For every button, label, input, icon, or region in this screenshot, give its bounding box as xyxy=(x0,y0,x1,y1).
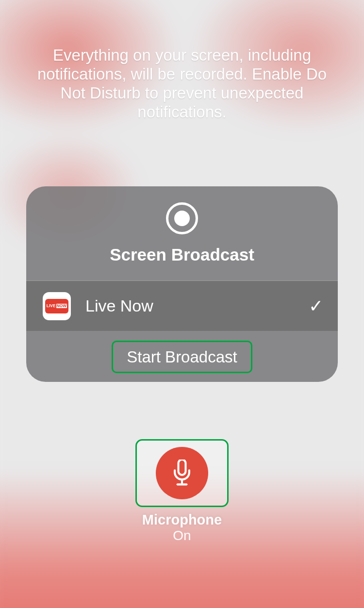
panel-title: Screen Broadcast xyxy=(110,245,254,264)
microphone-control: Microphone On xyxy=(135,439,229,543)
microphone-label: Microphone xyxy=(142,512,222,528)
svg-rect-0 xyxy=(179,460,186,475)
microphone-icon xyxy=(171,460,193,487)
broadcast-overlay: Everything on your screen, including not… xyxy=(0,0,364,608)
app-icon-text-now: NOW xyxy=(56,304,67,308)
panel-footer: Start Broadcast xyxy=(26,331,338,382)
panel-header: Screen Broadcast xyxy=(26,186,338,281)
record-icon xyxy=(166,202,198,234)
checkmark-icon: ✓ xyxy=(309,296,323,316)
app-icon-live-now: LIVENOW xyxy=(43,292,71,320)
broadcast-panel: Screen Broadcast LIVENOW Live Now ✓ Star… xyxy=(26,186,338,382)
microphone-toggle-button[interactable] xyxy=(135,439,229,507)
microphone-icon-circle xyxy=(156,447,208,499)
start-broadcast-button[interactable]: Start Broadcast xyxy=(112,341,252,373)
microphone-status: On xyxy=(173,528,191,543)
broadcast-app-row[interactable]: LIVENOW Live Now ✓ xyxy=(26,281,338,331)
app-name-label: Live Now xyxy=(85,296,294,315)
app-icon-text-live: LIVE xyxy=(47,304,56,308)
record-icon-dot xyxy=(174,211,190,226)
recording-warning-text: Everything on your screen, including not… xyxy=(27,46,337,122)
